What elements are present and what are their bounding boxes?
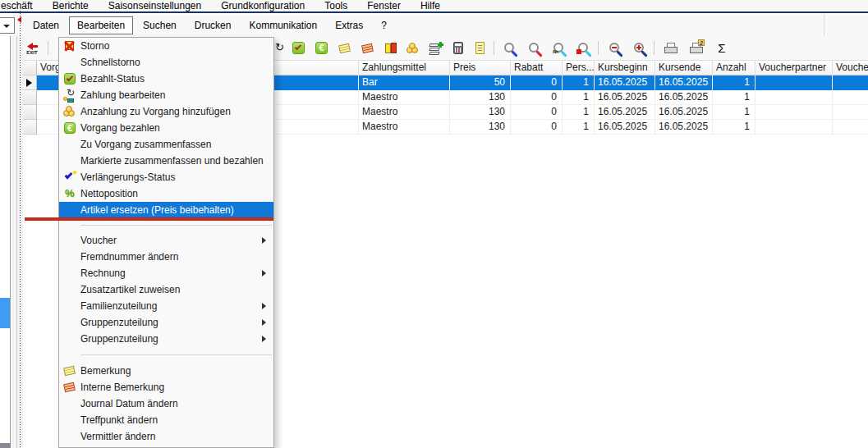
netto-icon [63, 187, 76, 200]
print-icon [664, 42, 677, 55]
menu-item-storno[interactable]: Storno [59, 38, 273, 54]
annotation-underline [25, 217, 273, 221]
cell-voucherpartner [755, 105, 833, 120]
menu-help[interactable]: ? [373, 16, 395, 34]
cell-voucherpartner [755, 75, 833, 90]
menu-item-rechnung[interactable]: Rechnung [59, 265, 273, 281]
row-selector[interactable] [23, 105, 37, 120]
zoom-out-icon [609, 42, 622, 55]
euro-pay-button[interactable]: € [311, 38, 333, 59]
col-header-rabatt[interactable]: Rabatt [511, 61, 563, 75]
menu-item-label: Bemerkung [80, 365, 273, 377]
combo-box[interactable] [0, 17, 15, 34]
paid-check-icon [63, 72, 76, 85]
menu-item-journal-datum-aendern[interactable]: Journal Datum ändern [59, 395, 273, 412]
menu-item-nettoposition[interactable]: Nettoposition [59, 185, 273, 202]
menu-item-fremdnummer-aendern[interactable]: Fremdnummer ändern [59, 249, 273, 265]
menu-item-bezahlt-status[interactable]: Bezahlt-Status [59, 71, 273, 87]
menu-item-familienzuteilung[interactable]: Familienzuteilung [59, 298, 273, 314]
refresh-icon [273, 42, 287, 55]
left-panel-selection[interactable] [0, 298, 10, 328]
menu-suchen[interactable]: Suchen [135, 16, 185, 34]
col-header-voucherpartner[interactable]: Voucherpartner [755, 61, 833, 75]
col-header-voucher[interactable]: Voucher [833, 61, 868, 75]
calculator-button[interactable] [448, 38, 469, 59]
book-icon [384, 42, 397, 55]
row-selector[interactable] [23, 120, 37, 135]
menu-grundkonfiguration[interactable]: Grundkonfiguration [211, 0, 315, 11]
menu-kommunikation[interactable]: Kommunikation [241, 16, 325, 34]
menu-hilfe[interactable]: Hilfe [411, 0, 450, 11]
print-list-button[interactable]: 2 [686, 38, 707, 59]
menu-item-verlaengerungs-status[interactable]: Verlängerungs-Status [59, 169, 273, 185]
menu-item-label: Vorgang bezahlen [80, 122, 273, 134]
col-header-pers[interactable]: Pers... [563, 61, 595, 75]
menu-saisonseinstellungen[interactable]: Saisonseinstellungen [99, 0, 211, 11]
print-button[interactable] [660, 38, 682, 59]
menu-tools[interactable]: Tools [315, 0, 357, 11]
coins-button[interactable] [402, 38, 424, 59]
menu-item-voucher[interactable]: Voucher [59, 232, 273, 249]
document-button[interactable] [470, 38, 491, 59]
col-header-preis[interactable]: Preis [450, 61, 511, 75]
row-selector[interactable] [23, 75, 37, 90]
search-red-button[interactable] [524, 38, 545, 59]
menu-berichte[interactable]: Berichte [43, 0, 99, 11]
menu-separator [80, 354, 272, 355]
row-selector[interactable] [23, 90, 37, 105]
submenu-arrow-icon [262, 319, 266, 326]
note-orange-button[interactable] [357, 38, 379, 59]
menu-item-treffpunkt-aendern[interactable]: Treffpunkt ändern [59, 412, 273, 428]
col-header-anzahl[interactable]: Anzahl [713, 61, 755, 75]
menu-item-vermittler-aendern[interactable]: Vermittler ändern [59, 428, 273, 445]
search-by-number-button[interactable]: Nr. [549, 38, 570, 59]
menu-item-zahlung-bearbeiten[interactable]: Zahlung bearbeiten [59, 87, 273, 103]
menu-fenster[interactable]: Fenster [357, 0, 411, 11]
menu-extras[interactable]: Extras [327, 16, 371, 34]
menu-item-label: Bezahlt-Status [80, 73, 273, 85]
row-selector-header [23, 61, 37, 75]
menu-item-gruppenzuteilung-1[interactable]: Gruppenzuteilung [59, 314, 273, 331]
search-marked-button[interactable] [573, 38, 595, 59]
menu-item-markierte-zusammenfassen[interactable]: Markierte zusammenfassen und bezahlen [59, 153, 273, 169]
book-button[interactable] [380, 38, 402, 59]
note-yellow-button[interactable] [334, 38, 356, 59]
menu-daten[interactable]: Daten [25, 16, 67, 34]
left-panel-footer [0, 443, 11, 448]
menu-item-anzahlung[interactable]: Anzahlung zu Vorgang hinzufügen [59, 103, 273, 120]
stack-add-button[interactable] [425, 38, 446, 59]
paid-check-button[interactable] [288, 38, 310, 59]
menu-item-schnellstorno[interactable]: Schnellstorno [59, 54, 273, 71]
menu-item-zu-vorgang-zusammenfassen[interactable]: Zu Vorgang zusammenfassen [59, 136, 273, 153]
zoom-out-button[interactable] [604, 38, 626, 59]
col-header-kursbeginn[interactable]: Kursbeginn [595, 61, 655, 75]
toolbar-separator [48, 41, 48, 55]
cell-preis: 130 [450, 105, 511, 120]
gripper-dots [20, 11, 21, 448]
note-orange-icon [63, 381, 76, 394]
menu-item-artikel-ersetzen[interactable]: Artikel ersetzen (Preis beibehalten) [59, 202, 273, 218]
cell-preis: 130 [450, 90, 511, 105]
left-splitter[interactable] [11, 36, 17, 448]
cell-preis: 130 [450, 120, 511, 135]
zoom-in-icon [633, 42, 646, 55]
cell-pers: 1 [563, 120, 595, 135]
col-header-kursende[interactable]: Kursende [655, 61, 713, 75]
menu-item-vorgang-bezahlen[interactable]: € Vorgang bezahlen [59, 120, 273, 136]
cell-voucherpartner [755, 90, 833, 105]
menu-item-bemerkung[interactable]: Bemerkung [59, 363, 273, 379]
menu-drucken[interactable]: Drucken [186, 16, 240, 34]
col-header-zahlungsmittel[interactable]: Zahlungsmittel [359, 61, 450, 75]
note-yellow-icon [63, 364, 76, 377]
sum-button[interactable]: Σ [711, 38, 733, 59]
exit-button[interactable]: EXIT [21, 38, 43, 59]
menu-bearbeiten[interactable]: Bearbeiten [69, 16, 133, 34]
menu-item-zusatzartikel-zuweisen[interactable]: Zusatzartikel zuweisen [59, 281, 273, 298]
menu-item-gruppenzuteilung-2[interactable]: Gruppenzuteilung [59, 331, 273, 347]
menu-geschaeft[interactable]: eschäft [0, 0, 43, 11]
zoom-in-button[interactable] [629, 38, 650, 59]
paid-check-icon [292, 42, 305, 55]
menu-item-interne-bemerkung[interactable]: Interne Bemerkung [59, 379, 273, 395]
search-button[interactable] [499, 38, 521, 59]
cell-kursende: 16.05.2025 [655, 75, 713, 90]
